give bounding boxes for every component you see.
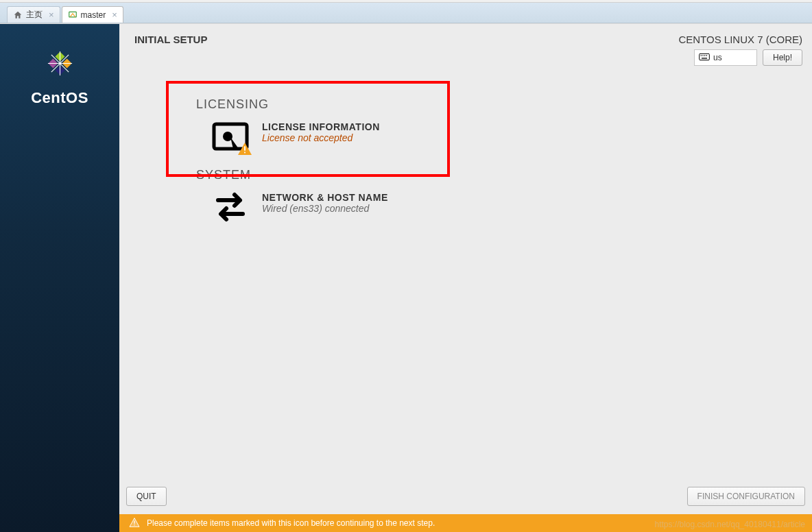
warning-icon [129,518,140,529]
centos-logo-icon [41,45,79,82]
svg-rect-19 [134,520,134,523]
licensing-section-title: LICENSING [196,97,798,112]
keyboard-layout-label: us [713,53,722,62]
licensing-section: LICENSING LICENSE INFORMATION [196,73,798,152]
system-section: SYSTEM NETWORK & HOST NAME Wired (ens33)… [196,168,798,222]
network-hostname-spoke[interactable]: NETWORK & HOST NAME Wired (ens33) connec… [211,192,798,222]
tab-home-label: 主页 [26,9,43,21]
network-spoke-title: NETWORK & HOST NAME [262,192,388,203]
warning-badge-icon [237,142,251,154]
svg-rect-20 [134,524,134,525]
home-icon [13,10,23,20]
warning-message: Please complete items marked with this i… [147,518,435,528]
network-spoke-status: Wired (ens33) connected [262,203,388,214]
sidebar: CentOS [0,24,119,532]
content-area: INITIAL SETUP CENTOS LINUX 7 (CORE) us H… [119,24,812,532]
svg-rect-12 [704,55,705,56]
close-icon[interactable]: × [49,10,54,20]
quit-button[interactable]: QUIT [126,487,167,506]
network-icon [211,192,250,222]
svg-rect-13 [706,55,707,56]
centos-name: CentOS [31,89,88,107]
keyboard-icon [699,53,710,63]
tab-master-label: master [81,10,106,20]
license-spoke-status: License not accepted [262,132,380,143]
svg-point-16 [223,132,232,141]
tab-home[interactable]: 主页 × [7,6,60,23]
tab-strip: 主页 × master × [0,3,812,23]
license-icon [211,121,250,152]
keyboard-layout-selector[interactable]: us [694,49,757,66]
svg-rect-10 [701,55,702,56]
svg-rect-17 [244,146,246,150]
license-information-spoke[interactable]: LICENSE INFORMATION License not accepted [211,121,798,152]
footer: QUIT FINISH CONFIGURATION [119,487,812,514]
svg-rect-11 [702,55,703,56]
svg-rect-14 [702,58,707,58]
close-icon[interactable]: × [112,10,117,20]
svg-rect-18 [244,152,246,154]
tab-master[interactable]: master × [62,6,123,23]
help-button[interactable]: Help! [763,49,802,66]
page-title: INITIAL SETUP [134,34,207,45]
warning-bar: Please complete items marked with this i… [119,514,812,532]
vm-icon [68,10,77,20]
system-section-title: SYSTEM [196,168,798,182]
os-name: CENTOS LINUX 7 (CORE) [678,34,802,45]
svg-rect-9 [700,53,710,60]
finish-configuration-button[interactable]: FINISH CONFIGURATION [687,487,805,506]
license-spoke-title: LICENSE INFORMATION [262,121,380,132]
